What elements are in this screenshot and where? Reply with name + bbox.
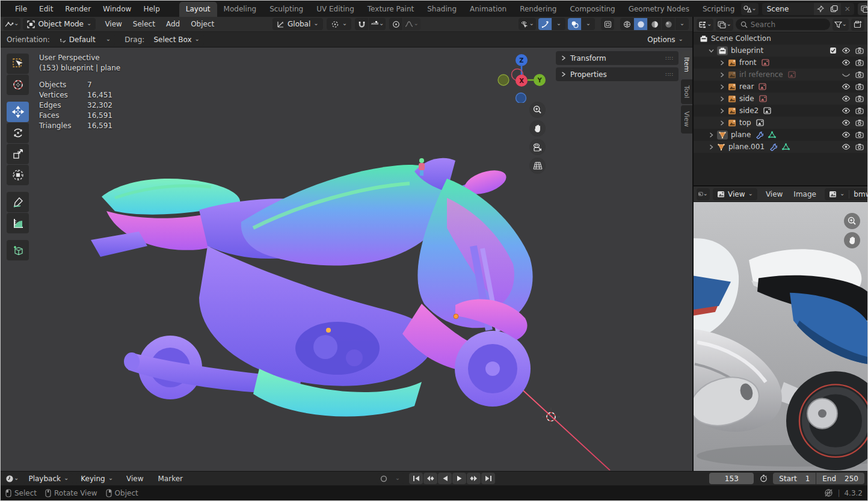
visibility-dropdown[interactable] (519, 18, 536, 30)
transform-tool[interactable] (7, 165, 29, 185)
xray-toggle[interactable] (601, 18, 614, 30)
pan-button[interactable] (529, 120, 546, 137)
workspace-tab-texture-paint[interactable]: Texture Paint (361, 2, 420, 17)
workspace-tab-animation[interactable]: Animation (463, 2, 513, 17)
outliner-item-irl-reference[interactable]: irl reference (694, 69, 867, 81)
chevron-right-icon[interactable] (719, 96, 725, 102)
viewport-canvas[interactable]: User Perspective (153) blueprint | plane… (1, 48, 692, 471)
camera-visibility-icon[interactable] (855, 131, 864, 138)
workspace-tab-modeling[interactable]: Modeling (217, 2, 263, 17)
editor-type-button[interactable] (3, 18, 20, 30)
collection-checkbox[interactable] (830, 47, 837, 54)
select-box-tool[interactable] (7, 54, 29, 74)
eye-open-icon[interactable] (842, 131, 851, 138)
unlink-scene-icon[interactable]: ✕ (841, 5, 854, 13)
image-mode-selector[interactable]: View (713, 188, 757, 200)
current-frame-field[interactable]: 153 (709, 473, 754, 484)
camera-visibility-icon[interactable] (855, 107, 864, 114)
eye-open-icon[interactable] (842, 143, 851, 150)
keying-set-dropdown[interactable] (391, 473, 404, 484)
outliner-item-blueprint[interactable]: blueprint (694, 45, 867, 57)
measure-tool[interactable] (7, 213, 29, 233)
options-button[interactable]: Options (643, 34, 688, 46)
pivot-point-selector[interactable] (327, 18, 351, 30)
image-editor-menu-view[interactable]: View (760, 188, 788, 200)
cursor-tool[interactable] (7, 75, 29, 95)
overlays-dropdown[interactable] (582, 18, 595, 30)
timeline-editor-type-button[interactable] (4, 473, 20, 485)
npanel-tab-view[interactable]: View (681, 105, 692, 133)
workspace-tab-geometry-nodes[interactable]: Geometry Nodes (622, 2, 696, 17)
workspace-tab-sculpting[interactable]: Sculpting (263, 2, 310, 17)
camera-visibility-icon[interactable] (855, 59, 864, 66)
new-scene-icon[interactable] (827, 3, 841, 15)
shading-wireframe-button[interactable] (620, 18, 633, 30)
filter-button[interactable] (833, 19, 849, 31)
jump-to-end-button[interactable] (481, 473, 495, 484)
eye-open-icon[interactable] (842, 95, 851, 102)
snap-settings-dropdown[interactable] (369, 18, 386, 30)
previous-keyframe-button[interactable] (423, 473, 437, 484)
viewlayer-icon[interactable] (858, 3, 868, 15)
chevron-right-icon[interactable] (719, 60, 725, 66)
next-keyframe-button[interactable] (467, 473, 481, 484)
properties-panel-header[interactable]: Properties ∷∷ (556, 67, 679, 81)
auto-keying-toggle[interactable] (377, 473, 390, 484)
proportional-editing-toggle[interactable] (389, 18, 402, 30)
image-editor-type-button[interactable] (697, 188, 710, 200)
snap-toggle[interactable] (355, 18, 368, 30)
new-collection-button[interactable] (851, 19, 864, 31)
eye-closed-icon[interactable] (842, 71, 851, 78)
camera-visibility-icon[interactable] (855, 143, 864, 150)
outliner-search-input[interactable] (751, 20, 825, 29)
transform-orientation-selector[interactable]: Global (272, 18, 323, 30)
shading-solid-button[interactable] (634, 18, 647, 30)
chevron-right-icon[interactable] (719, 84, 725, 90)
viewport-menu-view[interactable]: View (99, 18, 127, 30)
camera-visibility-icon[interactable] (855, 119, 864, 126)
viewport-menu-object[interactable]: Object (185, 18, 220, 30)
move-tool[interactable] (7, 102, 29, 122)
zoom-button[interactable] (844, 213, 860, 229)
eye-open-icon[interactable] (842, 83, 851, 90)
camera-view-button[interactable] (529, 139, 546, 155)
workspace-tab-uv-editing[interactable]: UV Editing (310, 2, 361, 17)
keying-menu[interactable]: Keying (76, 473, 117, 485)
topbar-menu-edit[interactable]: Edit (33, 3, 59, 15)
zoom-button[interactable] (529, 102, 546, 118)
outliner-item-side[interactable]: side (694, 93, 867, 105)
workspace-tab-scripting[interactable]: Scripting (696, 2, 741, 17)
outliner-editor-type-button[interactable] (697, 19, 713, 31)
show-gizmo-toggle[interactable] (538, 18, 552, 30)
topbar-menu-render[interactable]: Render (59, 3, 97, 15)
playback-menu[interactable]: Playback (24, 473, 73, 485)
viewport-menu-select[interactable]: Select (128, 18, 161, 30)
outliner-item-scene-collection[interactable]: Scene Collection (694, 32, 867, 45)
timeline-marker-menu[interactable]: Marker (153, 473, 188, 485)
camera-visibility-icon[interactable] (855, 95, 864, 102)
outliner-item-side2[interactable]: side2 (694, 105, 867, 117)
camera-visibility-icon[interactable] (855, 83, 864, 90)
transform-panel-header[interactable]: Transform ∷∷ (556, 51, 679, 65)
start-frame-field[interactable]: Start1 (773, 473, 816, 484)
panel-drag-handle[interactable]: ∷∷ (666, 72, 674, 78)
play-reverse-button[interactable] (438, 473, 452, 484)
shading-rendered-button[interactable] (662, 18, 675, 30)
rotate-tool[interactable] (7, 123, 29, 143)
camera-visibility-icon[interactable] (855, 71, 864, 78)
workspace-tab-shading[interactable]: Shading (420, 2, 463, 17)
end-frame-field[interactable]: End250 (816, 473, 864, 484)
npanel-tab-item[interactable]: Item (681, 51, 692, 78)
outliner-item-rear[interactable]: rear (694, 81, 867, 93)
image-browse-selector[interactable]: bmw (825, 188, 867, 200)
workspace-tab-compositing[interactable]: Compositing (563, 2, 621, 17)
orientation-setting-selector[interactable]: Default (55, 34, 115, 46)
outliner-item-top[interactable]: top (694, 117, 867, 129)
shading-material-button[interactable] (648, 18, 661, 30)
image-editor-menu-image[interactable]: Image (788, 188, 822, 200)
image-editor-body[interactable] (694, 202, 867, 471)
pin-icon[interactable] (814, 3, 827, 15)
topbar-menu-file[interactable]: File (9, 3, 33, 15)
outliner-display-mode-button[interactable] (716, 19, 733, 31)
scene-name[interactable]: Scene (762, 5, 814, 13)
